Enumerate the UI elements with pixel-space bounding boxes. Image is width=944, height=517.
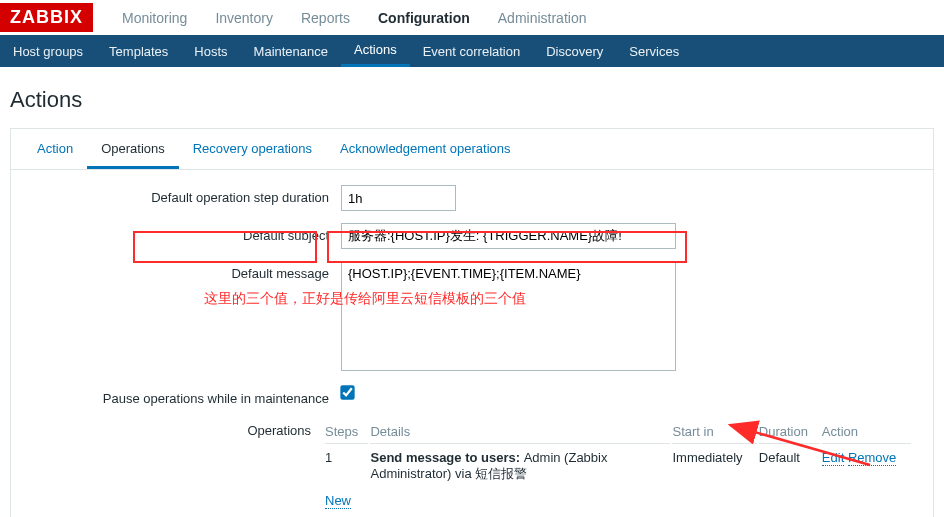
subnav-actions[interactable]: Actions <box>341 35 410 67</box>
pause-checkbox[interactable] <box>340 385 354 399</box>
subnav-eventcorrelation[interactable]: Event correlation <box>410 35 534 67</box>
message-label: Default message <box>31 261 341 374</box>
content-box: Action Operations Recovery operations Ac… <box>10 128 934 517</box>
ops-edit-link[interactable]: Edit <box>822 450 844 466</box>
topnav-inventory[interactable]: Inventory <box>201 2 287 34</box>
ops-remove-link[interactable]: Remove <box>848 450 896 466</box>
ops-new-link[interactable]: New <box>325 493 351 509</box>
ops-th-details: Details <box>370 420 670 444</box>
tabs: Action Operations Recovery operations Ac… <box>11 129 933 170</box>
top-nav: Monitoring Inventory Reports Configurati… <box>108 2 600 34</box>
subnav-templates[interactable]: Templates <box>96 35 181 67</box>
tab-ack[interactable]: Acknowledgement operations <box>326 129 525 169</box>
pause-label: Pause operations while in maintenance <box>31 386 341 406</box>
ops-th-action: Action <box>822 420 911 444</box>
subnav-discovery[interactable]: Discovery <box>533 35 616 67</box>
ops-th-steps: Steps <box>325 420 368 444</box>
duration-label: Default operation step duration <box>31 185 341 211</box>
table-row: 1 Send message to users: Admin (Zabbix A… <box>325 446 911 487</box>
tab-action[interactable]: Action <box>23 129 87 169</box>
subnav-maintenance[interactable]: Maintenance <box>241 35 341 67</box>
ops-cell-duration: Default <box>759 446 820 487</box>
subject-input[interactable] <box>341 223 676 249</box>
ops-th-duration: Duration <box>759 420 820 444</box>
operations-table: Steps Details Start in Duration Action 1… <box>323 418 913 514</box>
sub-nav: Host groups Templates Hosts Maintenance … <box>0 35 944 67</box>
ops-th-startin: Start in <box>672 420 756 444</box>
topnav-monitoring[interactable]: Monitoring <box>108 2 201 34</box>
ops-cell-steps: 1 <box>325 446 368 487</box>
topnav-configuration[interactable]: Configuration <box>364 2 484 34</box>
subnav-hosts[interactable]: Hosts <box>181 35 240 67</box>
subnav-services[interactable]: Services <box>616 35 692 67</box>
operations-label: Operations <box>31 418 323 514</box>
subnav-hostgroups[interactable]: Host groups <box>0 35 96 67</box>
subject-label: Default subject <box>31 223 341 249</box>
ops-cell-startin: Immediately <box>672 446 756 487</box>
tab-operations[interactable]: Operations <box>87 129 179 169</box>
annotation-note: 这里的三个值，正好是传给阿里云短信模板的三个值 <box>204 290 526 308</box>
topnav-administration[interactable]: Administration <box>484 2 601 34</box>
tab-recovery[interactable]: Recovery operations <box>179 129 326 169</box>
ops-cell-details: Send message to users: Admin (Zabbix Adm… <box>370 446 670 487</box>
topnav-reports[interactable]: Reports <box>287 2 364 34</box>
top-bar: ZABBIX Monitoring Inventory Reports Conf… <box>0 0 944 35</box>
page-title: Actions <box>10 77 934 128</box>
brand-logo: ZABBIX <box>0 3 93 32</box>
message-textarea[interactable]: {HOST.IP};{EVENT.TIME};{ITEM.NAME} <box>341 261 676 371</box>
duration-input[interactable] <box>341 185 456 211</box>
